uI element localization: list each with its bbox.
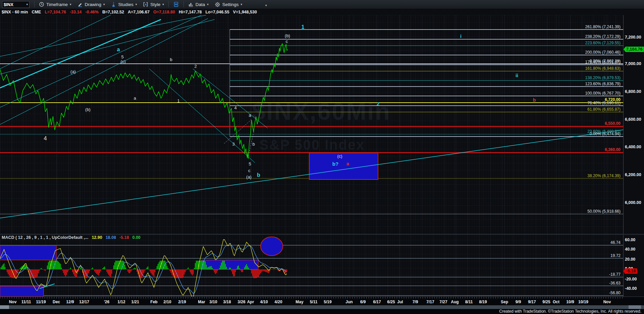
- svg-text:200.00% (7,060.46): 200.00% (7,060.46): [585, 50, 621, 55]
- svg-text:261.80% (7,241.39): 261.80% (7,241.39): [585, 24, 621, 29]
- scrollbar-left-thumb[interactable]: [0, 305, 9, 309]
- macd-axis-label: 60.00: [625, 238, 635, 242]
- price-axis-label: 6,200.00: [625, 172, 641, 177]
- menu-settings[interactable]: Settings▾: [212, 0, 245, 8]
- time-axis-label: 11/11: [21, 300, 31, 304]
- svg-text:138.20% (6,879.53): 138.20% (6,879.53): [585, 75, 621, 80]
- svg-text:3: 3: [232, 142, 234, 147]
- price-axis-label: 6,400.00: [625, 145, 641, 149]
- panel-divider[interactable]: [0, 234, 644, 235]
- time-axis-label: 8/11: [465, 300, 473, 304]
- quote-segment: -5.18: [119, 235, 129, 240]
- menu-drawing[interactable]: Drawing▾: [74, 0, 108, 8]
- chevron-down-icon: ▾: [103, 3, 105, 6]
- svg-text:5: 5: [249, 161, 251, 166]
- svg-text:ii: ii: [516, 73, 518, 78]
- macd-value-badge: -5.18: [624, 268, 637, 274]
- menu-timeframe[interactable]: Timeframe▾: [36, 0, 74, 8]
- quote-bar: $INX - 60 minCMEL=7,104.76-33.14-0.46%B=…: [0, 9, 644, 15]
- time-axis-label: 5/19: [324, 300, 331, 304]
- svg-text:6,550.00: 6,550.00: [605, 121, 621, 126]
- svg-text:c: c: [286, 39, 288, 44]
- time-axis-label: Nov: [9, 300, 17, 304]
- time-axis-label: 1/12: [117, 300, 125, 304]
- macd-axis-label: 40.00: [625, 247, 635, 252]
- svg-text:(a): (a): [70, 69, 76, 74]
- credit-bar: Created with TradeStation. ©TradeStation…: [0, 309, 644, 314]
- toolbar-overflow-chevron-icon[interactable]: ▾: [265, 4, 267, 7]
- chevron-down-icon[interactable]: ▾: [26, 3, 28, 6]
- quote-segment: O=7,118.80: [153, 10, 175, 14]
- clock-icon: [39, 2, 44, 7]
- svg-text:4: 4: [234, 105, 236, 110]
- svg-text:23.60% (6,490.81): 23.60% (6,490.81): [587, 129, 621, 134]
- horizontal-scrollbar[interactable]: [0, 305, 644, 309]
- svg-text:(a): (a): [246, 174, 252, 179]
- time-axis-label: 7/17: [426, 300, 434, 304]
- time-axis-label: Mar: [198, 300, 205, 304]
- symbol-input[interactable]: $INX ▾: [2, 1, 30, 8]
- quote-segment: 0.00: [132, 235, 140, 240]
- svg-text:(b): (b): [285, 33, 290, 38]
- svg-text:50.00% (5,918.66): 50.00% (5,918.66): [587, 209, 621, 214]
- time-axis-label: 10/9: [566, 300, 574, 304]
- quote-segment: MACD ( 12 , 26 , 9 , 1 , 1 , UpColorDefa…: [2, 235, 88, 240]
- time-axis-label: Oct: [553, 300, 559, 304]
- symbol-text: $INX: [4, 2, 13, 7]
- macd-canvas[interactable]: 46.7419.72-18.77-36.63-56.80: [0, 235, 623, 297]
- macd-axis-label: -20.00: [625, 277, 637, 281]
- toolbar: $INX ▾ Timeframe▾Drawing▾Studies▾Style▾D…: [0, 0, 644, 9]
- time-axis-label: 4/20: [274, 300, 282, 304]
- macd-axis-label: 20.00: [625, 257, 635, 262]
- time-axis-label: Sep: [501, 300, 508, 304]
- svg-text:b?: b?: [332, 161, 338, 167]
- time-axis-label: 1/21: [131, 300, 139, 304]
- toolbar-menus: Timeframe▾Drawing▾Studies▾Style▾Data▾Set…: [36, 0, 245, 8]
- svg-text:6,720.00: 6,720.00: [605, 97, 621, 102]
- time-axis-label: 3/18: [223, 300, 231, 304]
- menu-layout[interactable]: [170, 0, 182, 8]
- time-axis-label: Aug: [451, 300, 459, 304]
- gear-icon: [215, 2, 220, 7]
- svg-text:(b): (b): [85, 107, 91, 112]
- chevron-down-icon: ▾: [207, 3, 209, 6]
- svg-text:238.20% (7,172.29): 238.20% (7,172.29): [585, 34, 621, 39]
- menu-style[interactable]: Style▾: [140, 0, 167, 8]
- price-axis-label: 7,000.00: [625, 61, 641, 66]
- data-icon: [188, 2, 194, 7]
- chevron-down-icon: ▾: [241, 3, 243, 6]
- svg-text:61.80% (6,655.87): 61.80% (6,655.87): [587, 107, 621, 112]
- time-axis-label: 6/17: [373, 300, 381, 304]
- macd-axis-label: -40.00: [625, 286, 637, 291]
- quote-segment: CME: [32, 10, 41, 14]
- time-axis-label: 8/19: [479, 300, 487, 304]
- watermark-index: S&P 500 Index: [259, 137, 365, 153]
- svg-text:a: a: [249, 113, 251, 118]
- svg-text:0.00% (7,002.28): 0.00% (7,002.28): [590, 59, 621, 63]
- macd-panel[interactable]: 46.7419.72-18.77-36.63-56.80: [0, 235, 623, 297]
- menu-studies[interactable]: Studies▾: [108, 0, 140, 8]
- scrollbar-right-thumb[interactable]: [629, 305, 641, 309]
- price-axis-label: 6,800.00: [625, 89, 641, 94]
- svg-text:4: 4: [44, 135, 47, 142]
- menu-data[interactable]: Data▾: [185, 0, 212, 8]
- menu-label: Timeframe: [46, 2, 68, 7]
- menu-label: Drawing: [85, 2, 102, 7]
- svg-text:c: c: [248, 168, 251, 173]
- time-axis-label: 6/9: [360, 300, 366, 304]
- toolbar-separator: [168, 1, 169, 7]
- chevron-down-icon: ▾: [162, 3, 164, 6]
- time-axis-label: 12/17: [79, 300, 89, 304]
- time-axis[interactable]: Nov11/1111/19Dec12/912/17'261/121/21Feb2…: [0, 297, 644, 305]
- time-axis-label: 2/10: [163, 300, 171, 304]
- svg-text:223.60% (7,129.55): 223.60% (7,129.55): [585, 41, 621, 45]
- quote-segment: A=7,106.67: [128, 10, 150, 14]
- watermark-symbol: $INX,60Min: [252, 98, 391, 125]
- toolbar-separator: [183, 1, 184, 7]
- time-axis-label: 7/27: [439, 300, 447, 304]
- price-axis[interactable]: 7,200.007,000.006,800.006,600.006,400.00…: [623, 15, 644, 234]
- svg-text:1: 1: [177, 98, 179, 103]
- time-axis-label: 4/10: [260, 300, 268, 304]
- macd-value-axis[interactable]: 60.0040.0020.000.00-20.00-40.00-5.18: [623, 235, 644, 297]
- macd-indicator-label: MACD ( 12 , 26 , 9 , 1 , 1 , UpColorDefa…: [2, 235, 141, 240]
